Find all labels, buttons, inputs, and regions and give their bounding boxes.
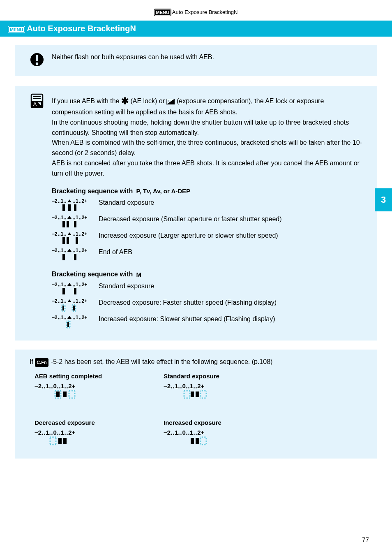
svg-text:−2‥1‥: −2‥1‥ [52,215,67,220]
chapter-tab: 3 [375,188,392,211]
meter-large: −2‥1‥0‥1‥2+ [35,430,95,446]
svg-rect-15 [74,204,76,211]
svg-rect-60 [196,438,199,444]
svg-rect-18 [62,221,65,227]
notes-box: A If you use AEB with the ✱ (AE lock) or… [15,86,377,341]
svg-text:−2‥1‥0‥1‥2+: −2‥1‥0‥1‥2+ [164,383,204,389]
svg-text:−2‥1‥0‥1‥2+: −2‥1‥0‥1‥2+ [164,430,204,436]
cfn-pill: C.Fn [35,358,48,367]
svg-rect-56 [58,438,62,444]
meter-large: −2‥1‥0‥1‥2+ [164,430,224,446]
svg-point-2 [36,63,38,65]
svg-text:−2‥1‥: −2‥1‥ [52,232,67,237]
meter-small: −2‥1‥ ‥1‥2+ [52,282,91,296]
caution-icon [30,52,44,67]
svg-rect-14 [68,204,71,211]
svg-rect-46 [56,392,60,397]
note-3: When AEB is combined with the self-timer… [52,138,362,158]
svg-text:A: A [33,101,37,107]
svg-rect-48 [69,391,75,398]
svg-text:−2‥1‥: −2‥1‥ [52,282,67,287]
top-crumb: MENU Auto Exposure BracketingN [0,0,392,16]
svg-rect-53 [201,391,206,398]
svg-rect-59 [191,438,194,444]
svg-text:‥1‥2+: ‥1‥2+ [72,232,87,237]
caution-box: Neither flash nor bulb exposures can be … [15,45,377,76]
svg-text:‥1‥2+: ‥1‥2+ [72,282,87,287]
svg-rect-57 [63,438,67,444]
svg-rect-13 [62,204,65,211]
svg-text:−2‥1‥0‥1‥2+: −2‥1‥0‥1‥2+ [35,430,75,436]
svg-rect-43 [67,322,69,327]
svg-text:‥1‥2+: ‥1‥2+ [72,215,87,220]
svg-text:−2‥1‥: −2‥1‥ [52,199,67,204]
menu-button-pill: MENU [154,9,171,16]
page-number: 77 [362,536,369,543]
svg-text:−: − [172,101,173,104]
meter-large: −2‥1‥0‥1‥2+ [35,383,95,400]
svg-text:‥1‥2+: ‥1‥2+ [72,315,87,320]
note-2: In the continuous shooting mode, holding… [52,118,362,138]
svg-text:‥1‥2+: ‥1‥2+ [72,299,87,304]
meter-small: −2‥1‥ ‥1‥2+ [52,248,91,262]
svg-rect-55 [50,437,56,445]
svg-rect-32 [62,288,65,294]
page-title: MENU Auto Exposure BracketingN [0,21,392,37]
svg-rect-24 [67,237,69,244]
seq1-heading: Bracketing sequence with P, Tv, Av, or A… [52,186,362,197]
svg-rect-25 [76,237,78,244]
menu-button-title: MENU [8,26,25,33]
svg-rect-50 [184,391,190,398]
svg-rect-52 [196,392,199,397]
meter-small: −2‥1‥ ‥1‥2+ [52,199,91,213]
svg-text:‥1‥2+: ‥1‥2+ [72,199,87,204]
svg-rect-19 [67,221,69,227]
svg-rect-61 [201,437,206,445]
svg-text:−2‥1‥: −2‥1‥ [52,248,67,253]
svg-rect-28 [62,254,65,260]
svg-text:−2‥1‥: −2‥1‥ [52,315,67,320]
note-4: AEB is not canceled after you take the t… [52,158,362,179]
meter-small: −2‥1‥ ‥1‥2+ [52,215,91,229]
svg-rect-51 [191,392,194,397]
svg-rect-39 [73,306,75,310]
notes-icon: A [30,93,44,108]
svg-rect-20 [74,221,76,227]
meter-flash: −2‥1‥ ‥1‥2+ [52,315,91,329]
svg-text:+: + [168,100,169,102]
exposure-comp-icon: + − [166,99,175,104]
svg-rect-47 [63,392,67,397]
svg-text:−2‥1‥: −2‥1‥ [52,299,67,304]
cfn-box: If C.Fn-5-2 has been set, the AEB will t… [15,350,377,459]
note-1: If you use AEB with the ✱ (AE lock) or +… [52,93,362,118]
meter-small: −2‥1‥ ‥1‥2+ [52,232,91,246]
svg-rect-37 [62,306,64,310]
seq2-heading: Bracketing sequence with M [52,269,362,280]
caution-text: Neither flash nor bulb exposures can be … [52,52,214,63]
svg-text:−2‥1‥0‥1‥2+: −2‥1‥0‥1‥2+ [35,383,75,389]
meter-flash: −2‥1‥ ‥1‥2+ [52,299,91,313]
meter-large: −2‥1‥0‥1‥2+ [164,383,224,400]
svg-rect-29 [74,254,76,260]
svg-rect-23 [62,237,65,244]
svg-text:‥1‥2+: ‥1‥2+ [72,248,87,253]
svg-rect-1 [36,55,38,61]
ae-lock-icon: ✱ [121,96,129,106]
svg-rect-33 [74,288,76,294]
